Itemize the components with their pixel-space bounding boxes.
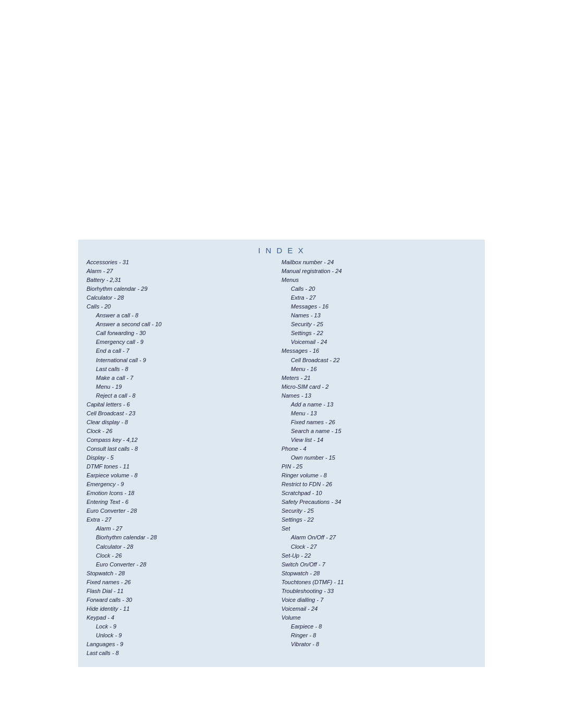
index-item: Calls - 20 bbox=[282, 285, 476, 293]
index-item: Stopwatch - 28 bbox=[282, 569, 476, 578]
index-item: Keypad - 4 bbox=[87, 613, 282, 622]
index-item: Clock - 26 bbox=[87, 427, 282, 436]
index-section: I N D E X Accessories - 31Alarm - 27Batt… bbox=[78, 240, 485, 667]
index-item: Biorhythm calendar - 28 bbox=[87, 533, 282, 542]
index-item: Alarm - 27 bbox=[87, 267, 282, 276]
index-item: Call forwarding - 30 bbox=[87, 329, 282, 338]
index-item: Ringer - 8 bbox=[282, 631, 476, 640]
index-item: Scratchpad - 10 bbox=[282, 489, 476, 498]
index-item: Menu - 19 bbox=[87, 382, 282, 391]
index-item: Biorhythm calendar - 29 bbox=[87, 285, 282, 293]
index-item: Euro Converter - 28 bbox=[87, 507, 282, 515]
index-item: Volume bbox=[282, 613, 476, 622]
index-item: International call - 9 bbox=[87, 356, 282, 365]
index-item: Voicemail - 24 bbox=[282, 338, 476, 347]
index-item: Own number - 15 bbox=[282, 453, 476, 462]
index-item: Fixed names - 26 bbox=[282, 418, 476, 427]
index-item: Add a name - 13 bbox=[282, 400, 476, 409]
index-item: Answer a call - 8 bbox=[87, 311, 282, 320]
index-item: Battery - 2,31 bbox=[87, 276, 282, 285]
index-item: Safety Precautions - 34 bbox=[282, 498, 476, 507]
index-item: Forward calls - 30 bbox=[87, 596, 282, 604]
index-item: Calculator - 28 bbox=[87, 542, 282, 551]
index-item: Names - 13 bbox=[282, 391, 476, 400]
index-item: Accessories - 31 bbox=[87, 258, 282, 267]
index-item: Touchtones (DTMF) - 11 bbox=[282, 578, 476, 587]
index-item: Reject a call - 8 bbox=[87, 391, 282, 400]
index-item: Micro-SIM card - 2 bbox=[282, 382, 476, 391]
index-item: Lock - 9 bbox=[87, 622, 282, 631]
index-item: Menu - 13 bbox=[282, 409, 476, 418]
index-item: Earpiece - 8 bbox=[282, 622, 476, 631]
index-item: Search a name - 15 bbox=[282, 427, 476, 436]
index-item: Flash Dial - 11 bbox=[87, 587, 282, 596]
index-item: Clock - 27 bbox=[282, 542, 476, 551]
index-item: Make a call - 7 bbox=[87, 374, 282, 382]
index-item: Voice dialling - 7 bbox=[282, 596, 476, 604]
index-item: Security - 25 bbox=[282, 507, 476, 515]
right-column: Mailbox number - 24Manual registration -… bbox=[282, 258, 476, 658]
index-item: Mailbox number - 24 bbox=[282, 258, 476, 267]
index-item: Alarm - 27 bbox=[87, 524, 282, 533]
index-item: Emotion Icons - 18 bbox=[87, 489, 282, 498]
index-item: Manual registration - 24 bbox=[282, 267, 476, 276]
index-item: Messages - 16 bbox=[282, 347, 476, 355]
index-item: Languages - 9 bbox=[87, 640, 282, 649]
index-item: View list - 14 bbox=[282, 436, 476, 445]
index-item: Entering Text - 6 bbox=[87, 498, 282, 507]
index-item: Vibrator - 8 bbox=[282, 640, 476, 649]
index-item: Last calls - 8 bbox=[87, 649, 282, 658]
index-item: Euro Converter - 28 bbox=[87, 560, 282, 569]
index-item: Earpiece volume - 8 bbox=[87, 471, 282, 480]
index-item: Consult last calls - 8 bbox=[87, 445, 282, 453]
index-item: Alarm On/Off - 27 bbox=[282, 533, 476, 542]
index-item: Fixed names - 26 bbox=[87, 578, 282, 587]
index-item: Clear display - 8 bbox=[87, 418, 282, 427]
index-item: Cell Broadcast - 23 bbox=[87, 409, 282, 418]
index-item: Ringer volume - 8 bbox=[282, 471, 476, 480]
index-item: Names - 13 bbox=[282, 311, 476, 320]
index-item: Emergency - 9 bbox=[87, 480, 282, 489]
index-item: Calculator - 28 bbox=[87, 293, 282, 302]
index-item: Settings - 22 bbox=[282, 515, 476, 524]
index-item: Compass key - 4,12 bbox=[87, 436, 282, 445]
index-item: Settings - 22 bbox=[282, 329, 476, 338]
index-item: Extra - 27 bbox=[87, 515, 282, 524]
index-item: Clock - 26 bbox=[87, 551, 282, 560]
index-item: Meters - 21 bbox=[282, 374, 476, 382]
index-columns: Accessories - 31Alarm - 27Battery - 2,31… bbox=[87, 258, 476, 658]
index-item: Menu - 16 bbox=[282, 365, 476, 374]
index-item: Hide identity - 11 bbox=[87, 604, 282, 613]
index-item: Set-Up - 22 bbox=[282, 551, 476, 560]
index-item: Set bbox=[282, 524, 476, 533]
left-column: Accessories - 31Alarm - 27Battery - 2,31… bbox=[87, 258, 282, 658]
index-item: DTMF tones - 11 bbox=[87, 462, 282, 471]
index-item: Cell Broadcast - 22 bbox=[282, 356, 476, 365]
index-item: Last calls - 8 bbox=[87, 365, 282, 374]
index-item: Capital letters - 6 bbox=[87, 400, 282, 409]
index-item: Switch On/Off - 7 bbox=[282, 560, 476, 569]
index-title: I N D E X bbox=[87, 246, 476, 255]
index-item: Menus bbox=[282, 276, 476, 285]
index-item: Phone - 4 bbox=[282, 445, 476, 453]
index-item: Security - 25 bbox=[282, 320, 476, 329]
index-item: Restrict to FDN - 26 bbox=[282, 480, 476, 489]
page: I N D E X Accessories - 31Alarm - 27Batt… bbox=[0, 0, 563, 728]
index-item: Voicemail - 24 bbox=[282, 604, 476, 613]
index-item: Calls - 20 bbox=[87, 302, 282, 311]
index-item: Troubleshooting - 33 bbox=[282, 587, 476, 596]
index-item: Display - 5 bbox=[87, 453, 282, 462]
index-item: Stopwatch - 28 bbox=[87, 569, 282, 578]
index-item: Answer a second call - 10 bbox=[87, 320, 282, 329]
index-item: End a call - 7 bbox=[87, 347, 282, 355]
index-item: Extra - 27 bbox=[282, 293, 476, 302]
index-item: Unlock - 9 bbox=[87, 631, 282, 640]
index-item: Messages - 16 bbox=[282, 302, 476, 311]
index-item: Emergency call - 9 bbox=[87, 338, 282, 347]
index-item: PIN - 25 bbox=[282, 462, 476, 471]
